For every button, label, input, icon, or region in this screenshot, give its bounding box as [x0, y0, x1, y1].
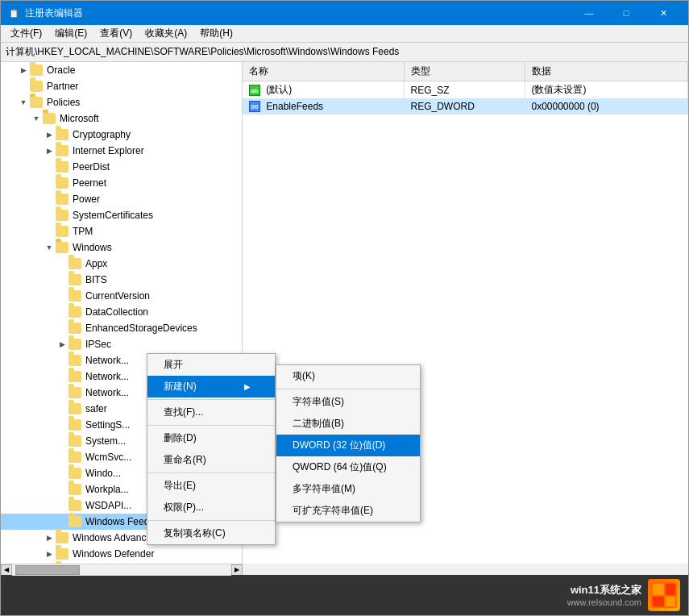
ctx-divider4 — [147, 520, 275, 521]
folder-icon — [68, 290, 81, 302]
expand-icon — [43, 225, 56, 238]
tree-item-windows[interactable]: ▼ Windows — [1, 239, 242, 256]
ctx-expand[interactable]: 展开 — [147, 354, 275, 376]
folder-icon — [43, 113, 56, 124]
folder-icon — [56, 161, 68, 173]
folder-icon — [68, 274, 81, 285]
tree-item-bits[interactable]: BITS — [1, 272, 242, 288]
tree-item-enhancedstorage[interactable]: EnhancedStorageDevices — [1, 320, 242, 336]
menu-file[interactable]: 文件(F) — [4, 25, 48, 42]
tree-item-tpm[interactable]: TPM — [1, 223, 242, 239]
maximize-button[interactable]: □ — [608, 1, 645, 25]
ctx-copyname[interactable]: 复制项名称(C) — [147, 522, 275, 544]
expand-icon: ▶ — [43, 128, 56, 141]
menu-bar: 文件(F) 编辑(E) 查看(V) 收藏夹(A) 帮助(H) — [1, 25, 688, 43]
horizontal-scrollbar[interactable]: ◀ ▶ — [1, 564, 243, 575]
tree-label: Internet Explorer — [71, 145, 144, 156]
folder-icon — [30, 81, 43, 92]
folder-icon — [56, 226, 68, 237]
ctx-find[interactable]: 查找(F)... — [147, 402, 275, 423]
reg-name: 00 EnableFeeds — [243, 98, 404, 114]
ctx-export[interactable]: 导出(E) — [147, 475, 275, 497]
menu-edit[interactable]: 编辑(E) — [48, 25, 93, 42]
address-text: 计算机\HKEY_LOCAL_MACHINE\SOFTWARE\Policies… — [6, 45, 399, 59]
table-row[interactable]: ab (默认) REG_SZ (数值未设置) — [243, 81, 688, 99]
tree-label: IPSec — [84, 339, 111, 350]
scroll-right-btn[interactable]: ▶ — [231, 564, 243, 576]
expand-icon — [43, 160, 56, 173]
submenu-multistring[interactable]: 多字符串值(M) — [276, 478, 420, 500]
bottom-bar: win11系统之家 www.relsound.com — [1, 575, 688, 615]
submenu: 项(K) 字符串值(S) 二进制值(B) DWORD (32 位)值(D) QW… — [276, 364, 421, 522]
tree-label: System... — [84, 435, 126, 447]
folder-icon — [68, 387, 81, 398]
submenu-binary[interactable]: 二进制值(B) — [276, 413, 420, 435]
tree-label: Power — [71, 194, 100, 205]
folder-icon — [56, 242, 68, 253]
ctx-permissions[interactable]: 权限(P)... — [147, 497, 275, 518]
expand-icon: ▼ — [30, 112, 43, 125]
table-row[interactable]: 00 EnableFeeds REG_DWORD 0x00000000 (0) — [243, 98, 688, 114]
tree-item-oracle[interactable]: ▶ Oracle — [1, 62, 242, 78]
tree-item-datacollection[interactable]: DataCollection — [1, 304, 242, 320]
expand-icon: ▼ — [17, 96, 30, 109]
expand-icon: ▶ — [17, 64, 30, 77]
expand-icon — [56, 289, 68, 302]
tree-item-ipsec[interactable]: ▶ IPSec — [1, 336, 242, 352]
tree-item-currentversion[interactable]: CurrentVersion — [1, 288, 242, 304]
tree-label: Appx — [84, 258, 107, 269]
ctx-rename[interactable]: 重命名(R) — [147, 449, 275, 471]
svg-rect-2 — [653, 597, 664, 606]
tree-item-microsoft[interactable]: ▼ Microsoft — [1, 110, 242, 127]
scroll-left-btn[interactable]: ◀ — [1, 564, 12, 576]
ctx-delete[interactable]: 删除(D) — [147, 427, 275, 449]
submenu-arrow: ▶ — [244, 382, 251, 391]
expand-icon — [43, 193, 56, 206]
tree-label: PeerDist — [71, 161, 110, 173]
submenu-qword[interactable]: QWORD (64 位)值(Q) — [276, 456, 420, 478]
menu-favorites[interactable]: 收藏夹(A) — [139, 25, 193, 42]
tree-item-power[interactable]: Power — [1, 191, 242, 207]
submenu-key[interactable]: 项(K) — [276, 365, 420, 387]
expand-icon — [56, 418, 68, 431]
tree-item-windowsdefender[interactable]: ▶ Windows Defender — [1, 546, 242, 562]
expand-icon — [56, 257, 68, 270]
folder-icon — [56, 210, 68, 221]
tree-item-cryptography[interactable]: ▶ Cryptography — [1, 127, 242, 143]
expand-icon — [56, 370, 68, 383]
registry-table: 名称 类型 数据 ab (默认) REG_SZ (数值未设置) — [243, 62, 688, 114]
menu-view[interactable]: 查看(V) — [93, 25, 139, 42]
svg-rect-3 — [666, 584, 675, 595]
tree-item-partner[interactable]: Partner — [1, 78, 242, 94]
tree-label: Windo... — [84, 468, 121, 479]
expand-icon — [43, 177, 56, 189]
scroll-thumb[interactable] — [15, 565, 80, 575]
submenu-dword[interactable]: DWORD (32 位)值(D) — [276, 435, 420, 456]
folder-icon — [68, 339, 81, 350]
tree-item-peernet[interactable]: Peernet — [1, 175, 242, 191]
tree-label: Network... — [84, 355, 129, 366]
tree-label: Workpla... — [84, 484, 129, 495]
tree-item-systemcertificates[interactable]: SystemCertificates — [1, 207, 242, 223]
window-icon: 📋 — [7, 6, 20, 19]
close-button[interactable]: ✕ — [645, 1, 682, 25]
tree-label: TPM — [71, 226, 93, 237]
menu-help[interactable]: 帮助(H) — [193, 25, 239, 42]
folder-icon — [68, 323, 81, 334]
minimize-button[interactable]: — — [571, 1, 608, 25]
expand-icon: ▶ — [56, 338, 68, 351]
submenu-expandstring[interactable]: 可扩充字符串值(E) — [276, 500, 420, 522]
ctx-divider2 — [147, 425, 275, 426]
tree-label: Windows Feeds — [84, 516, 154, 527]
tree-item-appx[interactable]: Appx — [1, 256, 242, 272]
tree-item-ie[interactable]: ▶ Internet Explorer — [1, 143, 242, 159]
address-bar: 计算机\HKEY_LOCAL_MACHINE\SOFTWARE\Policies… — [1, 43, 688, 62]
tree-item-policies[interactable]: ▼ Policies — [1, 94, 242, 110]
reg-type: REG_DWORD — [404, 98, 525, 114]
folder-icon — [56, 177, 68, 189]
tree-item-peerdist[interactable]: PeerDist — [1, 159, 242, 175]
submenu-string[interactable]: 字符串值(S) — [276, 391, 420, 413]
scroll-track[interactable] — [12, 564, 231, 576]
ctx-divider3 — [147, 472, 275, 473]
ctx-new[interactable]: 新建(N) ▶ — [147, 376, 275, 397]
